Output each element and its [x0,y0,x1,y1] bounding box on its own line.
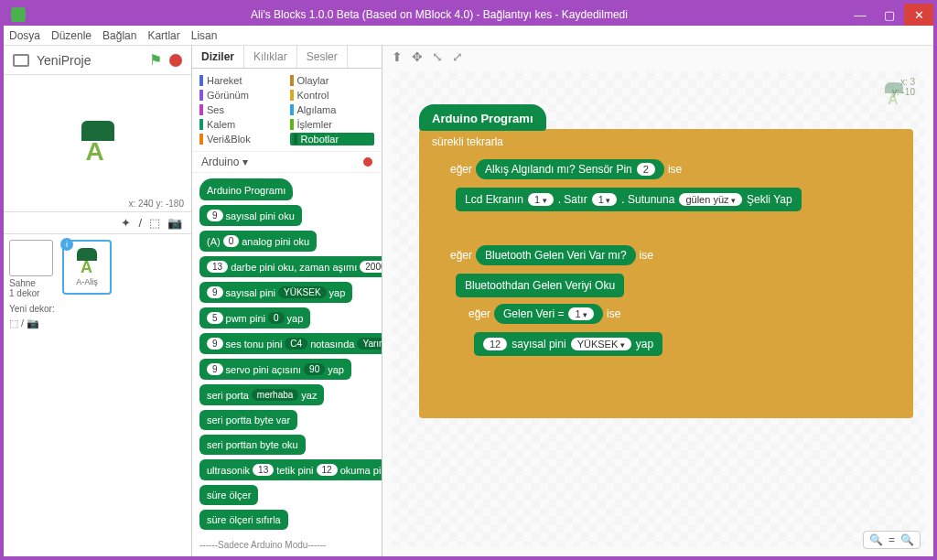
tool-upload-icon[interactable]: ⬆ [392,49,403,64]
palette-block[interactable]: Arduino Programı [199,178,293,200]
hat-block[interactable]: Arduino Programı [419,104,546,131]
bool-block[interactable]: Alkış Algılandı mı? Sensör Pin2 [476,159,664,179]
palette-block[interactable]: ultrasonik13tetik pini12okuma pini [199,459,382,480]
close-button[interactable]: ✕ [904,4,933,26]
script-stack[interactable]: Arduino Programı sürekli tekrarla eğer A… [419,104,913,418]
green-flag-icon[interactable]: ⚑ [149,51,162,69]
new-sprite-library-icon[interactable]: ✦ [121,216,131,230]
device-row[interactable]: Arduino ▾ [192,151,382,173]
menu-edit[interactable]: Düzenle [51,29,92,42]
palette-separator: ------Bluetooth------ [199,555,374,556]
sprite-name: A-Aliş [76,277,98,286]
editor-tabs: Diziler Kılıklar Sesler [192,46,382,69]
zoom-in-icon[interactable]: 🔍 [900,533,914,546]
stage-thumbnail[interactable] [9,240,53,276]
tab-scripts[interactable]: Diziler [192,46,244,68]
stack-block[interactable]: Lcd Ekranın1. Satır1. Sutununagülen yüzŞ… [456,188,802,211]
palette-block[interactable]: seri portamerhabayaz [199,384,324,405]
new-sprite-camera-icon[interactable]: 📷 [167,216,182,230]
if-block[interactable]: eğer Gelen Veri =1 ise 12sayısal piniYÜK… [456,297,749,378]
tab-sounds[interactable]: Sesler [297,46,348,68]
menu-connect[interactable]: Bağlan [102,29,136,42]
block-categories: Hareket Olaylar Görünüm Kontrol Ses Algı… [192,69,382,151]
cat-sensing[interactable]: Algılama [290,103,375,116]
stage-label: Sahne [9,278,57,288]
stage-sidebar: Sahne 1 dekor Yeni dekor: ⬚ / 📷 [9,240,57,551]
cat-sound[interactable]: Ses [199,103,285,116]
forever-block[interactable]: sürekli tekrarla eğer Alkış Algılandı mı… [419,129,913,418]
script-area[interactable]: A x: 3 y: -10 Arduino Programı sürekli t… [392,71,924,547]
stack-block[interactable]: Bluetoothdan Gelen Veriyi Oku [456,274,624,297]
canvas-tools: ⬆ ✥ ⤡ ⤢ [392,49,463,64]
cat-looks[interactable]: Görünüm [199,89,285,102]
cat-pen[interactable]: Kalem [199,118,285,131]
palette-block[interactable]: seri portta byte var [199,410,297,430]
menubar: Dosya Düzenle Bağlan Kartlar Lisan [4,26,933,46]
backdrop-library-icon[interactable]: ⬚ [9,318,18,329]
palette-block[interactable]: 5pwm pini0yap [199,307,310,328]
tool-grow-icon[interactable]: ⤢ [452,49,463,64]
menu-licence[interactable]: Lisan [191,29,218,42]
cat-control[interactable]: Kontrol [290,89,375,102]
app-window: Ali's Blocks 1.0.0 Beta (Based on MBlock… [4,4,933,556]
stack-block[interactable]: 12sayısal piniYÜKSEKyap [474,332,662,356]
bool-block[interactable]: Bluetooth Gelen Veri Var mı? [476,245,636,265]
project-name: YeniProje [37,53,142,68]
cat-operators[interactable]: İşlemler [290,118,375,131]
block-palette[interactable]: Arduino Programı 9sayısal pini oku (A)0a… [192,173,382,556]
palette-block[interactable]: 9ses tonu piniC4notasındaYarım [199,333,382,354]
script-canvas: ⬆ ✥ ⤡ ⤢ A x: 3 y: -10 Arduino Programı s… [382,46,933,556]
stop-icon[interactable] [169,54,182,67]
project-header: YeniProje ⚑ [4,46,191,75]
cat-data[interactable]: Veri&Blok [199,133,285,145]
app-icon [11,7,26,22]
device-name: Arduino [201,156,239,168]
sprite-preview: A [75,121,121,167]
zoom-out-icon[interactable]: 🔍 [869,533,883,546]
new-sprite-upload-icon[interactable]: ⬚ [149,216,160,230]
palette-block[interactable]: seri porttan byte oku [199,435,306,455]
stage-coords: x: 240 y: -180 [128,199,184,209]
tool-shrink-icon[interactable]: ⤡ [432,49,443,64]
connection-status-icon [363,157,372,167]
cat-events[interactable]: Olaylar [290,74,375,87]
minimize-button[interactable]: — [845,4,875,26]
tab-costumes[interactable]: Kılıklar [244,46,297,68]
sprite-thumbnail[interactable]: i A A-Aliş [62,240,112,295]
palette-block[interactable]: 9sayısal pini oku [199,205,302,226]
blocks-column: Diziler Kılıklar Sesler Hareket Olaylar … [192,46,382,556]
sprite-tools: ✦ / ⬚ 📷 [4,212,191,234]
palette-block[interactable]: 13darbe pini oku, zaman aşımı20000 [199,256,382,277]
palette-block[interactable]: 9servo pini açısını90yap [199,359,351,380]
palette-block[interactable]: (A)0analog pini oku [199,231,317,252]
palette-block[interactable]: süre ölçer [199,485,258,505]
zoom-reset-icon[interactable]: = [889,533,895,546]
cat-motion[interactable]: Hareket [199,74,285,87]
tool-move-icon[interactable]: ✥ [412,49,423,64]
new-backdrop-label: Yeni dekor: [9,304,57,314]
backdrop-camera-icon[interactable]: 📷 [27,318,39,329]
if-block[interactable]: eğer Bluetooth Gelen Veri Var mı? ise Bl… [437,239,803,398]
window-controls: — ▢ ✕ [845,4,933,26]
window-title: Ali's Blocks 1.0.0 Beta (Based on MBlock… [33,8,845,21]
titlebar: Ali's Blocks 1.0.0 Beta (Based on MBlock… [4,4,933,26]
if-block[interactable]: eğer Alkış Algılandı mı? Sensör Pin2 ise… [437,153,904,233]
cat-robots[interactable]: Robotlar [290,133,375,145]
main-area: YeniProje ⚑ A x: 240 y: -180 ✦ / ⬚ 📷 [4,46,933,556]
zoom-controls: 🔍 = 🔍 [863,531,921,549]
left-column: YeniProje ⚑ A x: 240 y: -180 ✦ / ⬚ 📷 [4,46,192,556]
project-icon [13,54,29,67]
maximize-button[interactable]: ▢ [875,4,904,26]
bool-block[interactable]: Gelen Veri =1 [494,304,603,324]
stage-preview[interactable]: A x: 240 y: -180 [4,75,191,212]
menu-boards[interactable]: Kartlar [147,29,179,42]
sprite-area: Sahne 1 dekor Yeni dekor: ⬚ / 📷 i A A-Al… [4,234,191,556]
menu-file[interactable]: Dosya [9,29,40,42]
palette-block[interactable]: 9sayısal piniYÜKSEKyap [199,282,352,303]
sprite-info-icon[interactable]: i [60,238,73,251]
backdrop-paint-icon[interactable]: / [21,318,24,329]
stage-count: 1 dekor [9,288,57,298]
sprite-list: i A A-Aliş [62,240,112,551]
palette-block[interactable]: süre ölçeri sıfırla [199,510,288,530]
new-sprite-paint-icon[interactable]: / [138,216,142,230]
